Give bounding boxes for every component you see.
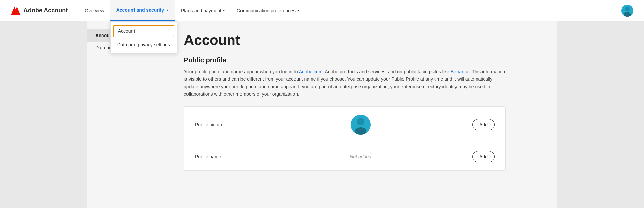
avatar-preview — [351, 115, 371, 135]
nav-communication[interactable]: Communication preferences ▾ — [231, 0, 305, 21]
profile-picture-label: Profile picture — [195, 122, 249, 127]
nav-overview[interactable]: Overview — [78, 0, 110, 21]
nav-account-security[interactable]: Account and security ▲ — [110, 0, 175, 21]
profile-name-value: Not added — [350, 154, 371, 159]
profile-name-value-wrapper: Not added — [249, 154, 472, 159]
account-security-chevron: ▲ — [166, 8, 169, 12]
account-security-dropdown: Account Data and privacy settings — [110, 21, 177, 53]
dropdown-account[interactable]: Account — [113, 25, 174, 37]
adobe-com-link[interactable]: Adobe.com — [299, 69, 323, 74]
public-profile-description: Your profile photo and name appear when … — [184, 68, 506, 98]
main-content: Account Public profile Your profile phot… — [168, 21, 557, 208]
page-title: Account — [184, 32, 541, 48]
top-navigation: Adobe Account Overview Account and secur… — [0, 0, 644, 21]
behance-link[interactable]: Behance — [451, 69, 469, 74]
communication-chevron: ▾ — [297, 9, 299, 12]
profile-card: Profile picture Add Profile name Not add… — [184, 106, 506, 171]
brand-name: Adobe Account — [23, 7, 68, 14]
profile-picture-preview-wrapper — [249, 115, 472, 135]
profile-picture-add-button[interactable]: Add — [472, 119, 495, 130]
profile-name-label: Profile name — [195, 154, 249, 159]
brand-logo[interactable]: Adobe Account — [11, 7, 68, 15]
plans-payment-chevron: ▾ — [223, 9, 225, 12]
profile-picture-row: Profile picture Add — [184, 107, 505, 143]
dropdown-data-privacy[interactable]: Data and privacy settings — [111, 39, 177, 51]
nav-account-security-wrapper: Account and security ▲ Account Data and … — [110, 0, 175, 21]
adobe-logo-icon — [11, 7, 21, 15]
nav-plans-payment[interactable]: Plans and payment ▾ — [175, 0, 231, 21]
profile-name-add-button[interactable]: Add — [472, 151, 495, 162]
user-avatar[interactable] — [621, 5, 633, 17]
nav-items: Overview Account and security ▲ Account … — [78, 0, 621, 21]
profile-name-row: Profile name Not added Add — [184, 143, 505, 170]
public-profile-title: Public profile — [184, 56, 541, 64]
